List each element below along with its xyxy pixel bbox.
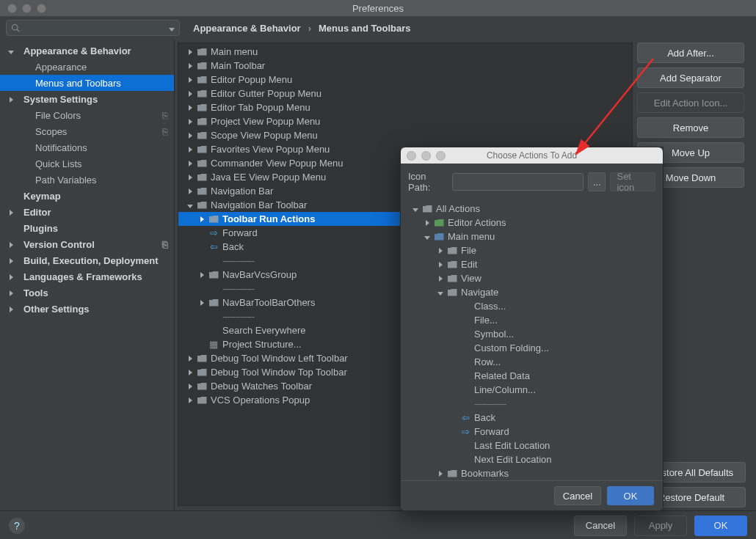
sidebar-item-quick-lists[interactable]: Quick Lists <box>0 155 174 172</box>
chevron-right-icon[interactable] <box>437 259 443 270</box>
chevron-right-icon[interactable] <box>187 395 193 406</box>
tree-item-editor-actions[interactable]: Editor Actions <box>404 216 663 230</box>
tree-item-navigate[interactable]: Navigate <box>404 285 663 299</box>
tree-item-all-actions[interactable]: All Actions <box>404 202 663 216</box>
chevron-right-icon[interactable] <box>424 217 430 228</box>
sidebar-item-menus-and-toolbars[interactable]: Menus and Toolbars <box>0 75 174 91</box>
tree-item-file[interactable]: File <box>404 243 663 257</box>
add-after-button[interactable]: Add After... <box>637 43 744 63</box>
help-button[interactable]: ? <box>9 518 25 534</box>
sidebar-item-notifications[interactable]: Notifications <box>0 139 174 155</box>
chevron-down-icon[interactable] <box>0 45 22 56</box>
chevron-right-icon[interactable] <box>187 172 193 183</box>
chevron-down-icon[interactable] <box>424 231 430 242</box>
sidebar-item-path-variables[interactable]: Path Variables <box>0 172 174 188</box>
chevron-right-icon[interactable] <box>0 304 22 315</box>
chevron-right-icon[interactable] <box>437 468 443 479</box>
sidebar-item-file-colors[interactable]: File Colors⎘ <box>0 107 174 123</box>
tree-item--[interactable]: ------------- <box>404 397 663 411</box>
tree-item-class-[interactable]: Class... <box>404 299 663 313</box>
chevron-right-icon[interactable] <box>187 367 193 378</box>
remove-button[interactable]: Remove <box>637 117 744 138</box>
tree-item-editor-tab-popup-menu[interactable]: Editor Tab Popup Menu <box>178 100 632 114</box>
sidebar-item-appearance-behavior[interactable]: Appearance & Behavior <box>0 43 174 59</box>
dialog-ok-button[interactable]: OK <box>607 486 654 505</box>
chevron-down-icon[interactable] <box>412 203 418 214</box>
tree-item-editor-gutter-popup-menu[interactable]: Editor Gutter Popup Menu <box>178 87 632 100</box>
sidebar-item-system-settings[interactable]: System Settings <box>0 91 174 107</box>
chevron-down-icon[interactable] <box>437 287 443 298</box>
chevron-right-icon[interactable] <box>187 60 193 71</box>
chevron-right-icon[interactable] <box>437 273 443 284</box>
breadcrumb-root[interactable]: Appearance & Behavior <box>193 23 301 34</box>
dropdown-icon[interactable] <box>169 23 175 34</box>
tree-item-custom-folding-[interactable]: Custom Folding... <box>404 341 663 355</box>
chevron-right-icon[interactable] <box>187 158 193 169</box>
tree-item-main-menu[interactable]: Main menu <box>178 45 632 59</box>
chevron-right-icon[interactable] <box>187 186 193 197</box>
edit-action-icon-button[interactable]: Edit Action Icon... <box>637 92 744 113</box>
sidebar-item-languages-frameworks[interactable]: Languages & Frameworks <box>0 268 174 285</box>
add-separator-button[interactable]: Add Separator <box>637 67 744 88</box>
tree-item-editor-popup-menu[interactable]: Editor Popup Menu <box>178 73 632 87</box>
sidebar-item-scopes[interactable]: Scopes⎘ <box>0 123 174 139</box>
dialog-cancel-button[interactable]: Cancel <box>554 486 601 505</box>
chevron-right-icon[interactable] <box>0 94 22 105</box>
tree-item-label: Commander View Popup Menu <box>211 158 343 169</box>
sidebar-item-plugins[interactable]: Plugins <box>0 220 174 236</box>
tree-item-bookmarks[interactable]: Bookmarks <box>404 466 663 480</box>
chevron-right-icon[interactable] <box>0 287 22 298</box>
tree-item-related-data[interactable]: Related Data <box>404 369 663 383</box>
chevron-right-icon[interactable] <box>187 381 193 392</box>
chevron-right-icon[interactable] <box>199 297 205 308</box>
tree-item-next-edit-location[interactable]: Next Edit Location <box>404 452 663 466</box>
chevron-right-icon[interactable] <box>187 144 193 155</box>
actions-tree[interactable]: All ActionsEditor ActionsMain menuFileEd… <box>401 200 663 480</box>
tree-item-project-view-popup-menu[interactable]: Project View Popup Menu <box>178 114 632 128</box>
sidebar-item-other-settings[interactable]: Other Settings <box>0 301 174 317</box>
tree-item-main-menu[interactable]: Main menu <box>404 230 663 243</box>
tree-item-view[interactable]: View <box>404 271 663 285</box>
sidebar-item-editor[interactable]: Editor <box>0 204 174 220</box>
icon-path-input[interactable] <box>452 173 584 191</box>
tree-item-scope-view-popup-menu[interactable]: Scope View Popup Menu <box>178 128 632 142</box>
tree-item-file-[interactable]: File... <box>404 313 663 327</box>
sidebar-item-version-control[interactable]: Version Control⎘ <box>0 236 174 252</box>
chevron-right-icon[interactable] <box>187 88 193 99</box>
sidebar-item-tools[interactable]: Tools <box>0 285 174 301</box>
apply-button[interactable]: Apply <box>634 516 687 536</box>
cancel-button[interactable]: Cancel <box>574 516 627 536</box>
ok-button[interactable]: OK <box>694 516 747 536</box>
chevron-right-icon[interactable] <box>187 74 193 85</box>
search-input[interactable] <box>6 20 180 36</box>
chevron-right-icon[interactable] <box>199 269 205 280</box>
chevron-right-icon[interactable] <box>0 207 22 218</box>
tree-item-back[interactable]: ⇦Back <box>404 411 663 425</box>
chevron-right-icon[interactable] <box>187 116 193 127</box>
chevron-right-icon[interactable] <box>437 245 443 256</box>
chevron-right-icon[interactable] <box>187 130 193 141</box>
chevron-right-icon[interactable] <box>199 213 205 224</box>
tree-item-main-toolbar[interactable]: Main Toolbar <box>178 59 632 73</box>
chevron-right-icon[interactable] <box>0 271 22 282</box>
chevron-right-icon[interactable] <box>0 255 22 266</box>
sidebar-item-build-execution-deployment[interactable]: Build, Execution, Deployment <box>0 252 174 268</box>
tree-item-row-[interactable]: Row... <box>404 355 663 369</box>
tree-item-edit[interactable]: Edit <box>404 257 663 271</box>
chevron-down-icon[interactable] <box>187 199 193 210</box>
folder-icon <box>197 369 207 376</box>
tree-item-forward[interactable]: ⇨Forward <box>404 425 663 439</box>
tree-item-line-column-[interactable]: Line/Column... <box>404 383 663 397</box>
sidebar[interactable]: Appearance & BehaviorAppearanceMenus and… <box>0 40 175 510</box>
chevron-right-icon[interactable] <box>187 46 193 57</box>
chevron-right-icon[interactable] <box>187 102 193 113</box>
sidebar-item-keymap[interactable]: Keymap <box>0 188 174 204</box>
sidebar-item-appearance[interactable]: Appearance <box>0 59 174 75</box>
set-icon-button[interactable]: Set icon <box>610 172 655 191</box>
chevron-right-icon[interactable] <box>0 239 22 250</box>
browse-button[interactable]: ... <box>588 172 606 191</box>
tree-item-last-edit-location[interactable]: Last Edit Location <box>404 439 663 452</box>
tree-item-symbol-[interactable]: Symbol... <box>404 327 663 341</box>
chevron-right-icon[interactable] <box>187 353 193 364</box>
sidebar-item-label: Menus and Toolbars <box>35 78 121 89</box>
